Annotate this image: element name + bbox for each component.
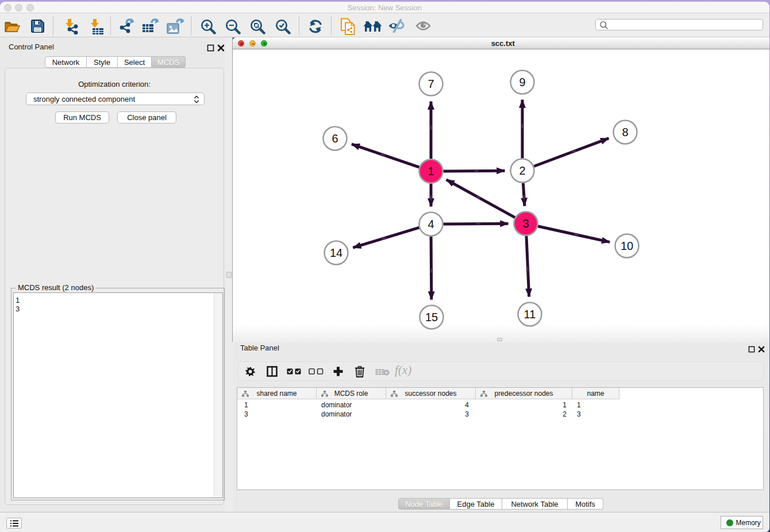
svg-text:6: 6 <box>332 132 338 145</box>
svg-text:15: 15 <box>425 311 438 323</box>
svg-text:11: 11 <box>524 308 536 321</box>
svg-text:7: 7 <box>428 78 434 90</box>
svg-text:9: 9 <box>519 76 525 88</box>
svg-text:10: 10 <box>621 240 633 252</box>
svg-text:1: 1 <box>428 165 434 178</box>
svg-text:8: 8 <box>622 126 628 138</box>
svg-text:14: 14 <box>330 246 342 259</box>
svg-text:4: 4 <box>428 218 434 230</box>
svg-text:2: 2 <box>519 164 525 177</box>
svg-text:3: 3 <box>522 217 529 230</box>
